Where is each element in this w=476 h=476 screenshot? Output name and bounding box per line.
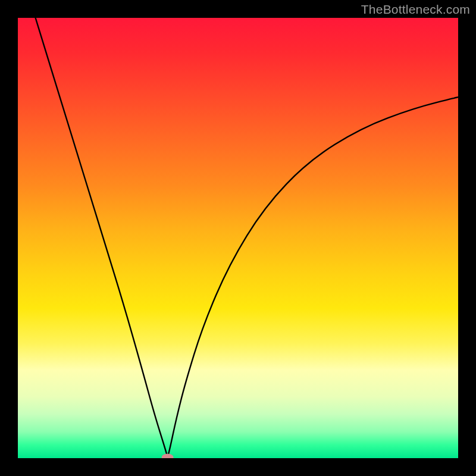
chart-svg (18, 18, 458, 458)
watermark-text: TheBottleneck.com (361, 2, 470, 17)
plot-area (18, 18, 458, 458)
min-marker (162, 454, 174, 459)
min-marker-ellipse (162, 454, 174, 459)
chart-frame: TheBottleneck.com (0, 0, 476, 476)
bottleneck-curve (36, 18, 458, 455)
curve-path (36, 18, 458, 455)
